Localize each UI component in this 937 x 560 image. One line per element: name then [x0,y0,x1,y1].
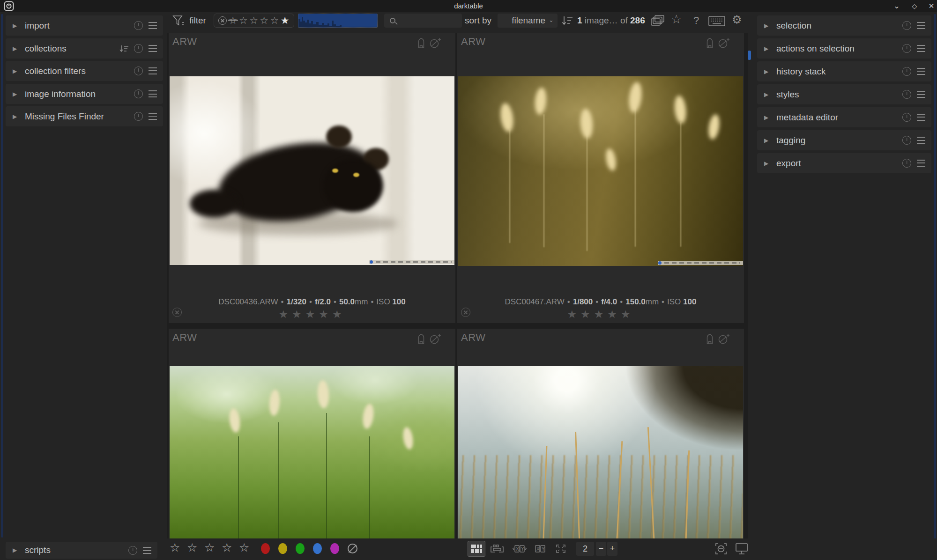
color-label-blue[interactable] [313,543,322,554]
focus-peaking-button[interactable] [714,542,728,555]
preferences-gear-button[interactable]: ⚙ [732,13,742,26]
photo-cat-thumbnail[interactable] [170,76,454,265]
reset-icon[interactable] [902,67,911,76]
photo-reeds-thumbnail[interactable] [458,366,743,538]
view-full-preview-button[interactable] [552,541,570,557]
sidebar-item-actions-on-selection[interactable]: ▶ actions on selection [757,38,931,59]
presets-menu-icon[interactable] [149,45,157,52]
sort-field-dropdown[interactable]: filename ⌄ [498,14,558,28]
presets-menu-icon[interactable] [917,114,925,121]
thumbnail-cell[interactable]: ARW [457,329,744,538]
presets-menu-icon[interactable] [149,90,157,97]
star-filter-icon[interactable]: ☆ [239,14,248,27]
reset-icon[interactable] [134,112,143,121]
sort-order-icon[interactable] [119,44,129,53]
reset-icon[interactable] [902,113,911,122]
filter-funnel-icon[interactable] [171,14,185,27]
reset-icon[interactable] [134,66,143,75]
presets-menu-icon[interactable] [149,22,157,29]
view-culling-fixed-button[interactable]: XY [531,541,549,557]
zoom-out-button[interactable]: − [596,542,606,556]
sidebar-item-metadata-editor[interactable]: ▶ metadata editor [757,107,931,127]
sidebar-item-collections[interactable]: ▶ collections [6,38,163,59]
star-filter-icon-active[interactable]: ★ [281,14,290,27]
reject-filter-icon[interactable] [218,16,227,25]
thumbnail-cell[interactable]: ARW DSC00467.ARW•1/800•f/4.0•150.0mm•ISO… [457,33,744,323]
sort-direction-button[interactable] [561,15,573,26]
sidebar-item-missing-files-finder[interactable]: ▶ Missing Files Finder [6,106,163,126]
rating-star-4[interactable]: ☆ [222,541,232,554]
clear-color-label-icon[interactable] [348,544,357,553]
thumbnail-cell[interactable]: ARW DSC00436.ARW•1/320•f/2.0•50.0mm•ISO … [169,33,455,323]
grouping-button[interactable] [650,15,665,27]
sidebar-item-scripts[interactable]: ▶ scripts [6,542,157,559]
reset-icon[interactable] [134,44,143,53]
search-input[interactable] [399,17,455,25]
view-zoomable-button[interactable] [488,541,506,557]
maximize-button[interactable]: ◇ [909,0,920,12]
close-button[interactable]: ✕ [926,0,937,12]
sidebar-item-collection-filters[interactable]: ▶ collection filters [6,61,163,81]
unstarred-filter-icon[interactable]: ☆ [229,14,238,27]
presets-menu-icon[interactable] [917,137,925,144]
reset-icon[interactable] [902,44,911,53]
sidebar-item-history-stack[interactable]: ▶ history stack [757,61,931,81]
star-filter-icon[interactable]: ☆ [270,14,279,27]
presets-menu-icon[interactable] [149,67,157,74]
rating-star-5[interactable]: ☆ [239,541,249,554]
photo-grass-thumbnail[interactable] [170,366,454,538]
color-label-purple[interactable] [330,543,339,554]
star-filter-icon[interactable]: ☆ [249,14,258,27]
zoom-in-button[interactable]: + [607,542,617,556]
chevron-down-icon: ⌄ [549,16,554,23]
reject-toggle-icon[interactable] [461,308,470,317]
reset-icon[interactable] [902,159,911,168]
right-panel-scrollbar[interactable] [934,14,936,557]
expander-triangle-icon: ▶ [13,547,20,553]
reset-icon[interactable] [902,90,911,99]
rating-star-3[interactable]: ☆ [204,541,215,554]
presets-menu-icon[interactable] [149,113,157,120]
rating-star-1[interactable]: ☆ [170,541,180,554]
presets-menu-icon[interactable] [917,45,925,52]
rating-star-2[interactable]: ☆ [187,541,197,554]
thumbnail-cell[interactable]: ARW [169,329,455,538]
lighttable-scrollbar-thumb[interactable] [748,51,751,60]
search-box[interactable] [384,14,462,28]
color-label-red[interactable] [261,543,270,554]
star-rating[interactable]: ★★★★★ [457,308,744,321]
presets-menu-icon[interactable] [917,91,925,98]
star-filter-icon[interactable]: ☆ [260,14,268,27]
star-rating[interactable]: ★★★★★ [169,308,455,321]
sidebar-item-styles[interactable]: ▶ styles [757,84,931,104]
color-label-yellow[interactable] [278,543,287,554]
help-button[interactable]: ? [693,15,699,27]
sidebar-item-image-information[interactable]: ▶ image information [6,84,163,104]
sidebar-item-export[interactable]: ▶ export [757,153,931,173]
reset-icon[interactable] [128,546,137,555]
left-panel-scrollbar[interactable] [1,14,3,538]
reset-icon[interactable] [134,89,143,98]
display-profile-button[interactable] [735,542,749,555]
shortcuts-keyboard-button[interactable] [708,16,725,26]
color-label-green[interactable] [296,543,305,554]
presets-menu-icon[interactable] [917,68,925,75]
photo-grass-thumbnail[interactable] [458,76,743,266]
reset-icon[interactable] [134,21,143,30]
images-per-row-value[interactable]: 2 [576,542,594,556]
reset-icon[interactable] [902,21,911,30]
view-culling-dynamic-button[interactable]: XY [511,541,528,557]
range-filter-histogram[interactable] [298,14,378,28]
reject-toggle-icon[interactable] [172,308,182,317]
view-filemanager-button[interactable] [468,541,485,557]
sidebar-item-selection[interactable]: ▶ selection [757,15,931,36]
rating-filter[interactable]: ☆ ☆ ☆ ☆ ☆ ★ [214,14,294,28]
minimize-button[interactable]: ⌄ [891,0,902,12]
presets-menu-icon[interactable] [143,547,151,554]
presets-menu-icon[interactable] [917,22,925,29]
presets-menu-icon[interactable] [917,160,925,167]
sidebar-item-import[interactable]: ▶ import [6,15,163,36]
reset-icon[interactable] [902,136,911,145]
overlays-star-button[interactable]: ☆ [671,12,682,27]
sidebar-item-tagging[interactable]: ▶ tagging [757,130,931,150]
